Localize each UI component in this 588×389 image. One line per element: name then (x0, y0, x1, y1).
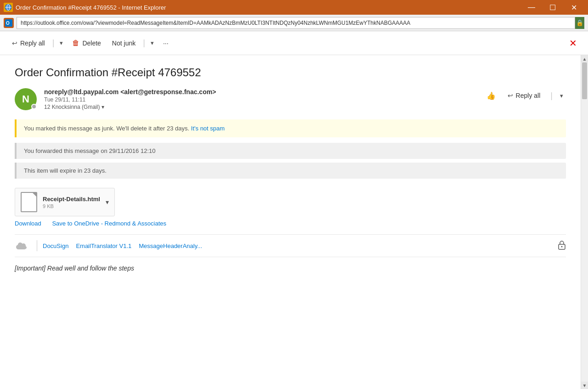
minimize-button[interactable]: — (521, 0, 542, 15)
more-button[interactable]: ··· (158, 37, 173, 50)
not-junk-chevron-button[interactable]: ▾ (148, 37, 157, 49)
delete-icon: 🗑 (72, 39, 79, 47)
reply-chevron-button[interactable]: ▾ (57, 37, 66, 49)
addins-divider (37, 240, 37, 251)
reply-all-inline-button[interactable]: ↩ Reply all (502, 89, 546, 102)
lock-icon: 🔒 (575, 17, 584, 29)
vertical-scrollbar[interactable]: ▲ ▼ (581, 55, 588, 389)
junk-banner: You marked this message as junk. We'll d… (15, 119, 566, 137)
svg-text:O: O (6, 21, 10, 26)
reply-all-icon: ↩ (12, 39, 17, 47)
attachment-chevron-button[interactable]: ▾ (106, 198, 109, 206)
addin-messageheader[interactable]: MessageHeaderAnaly... (139, 242, 202, 249)
download-link[interactable]: Download (15, 220, 41, 227)
save-to-onedrive-link[interactable]: Save to OneDrive - Redmond & Associates (52, 220, 166, 227)
email-subject: Order Confirmation #Receipt 4769552 (15, 66, 566, 79)
expire-bar: This item will expire in 23 days. (15, 163, 566, 179)
sender-row: N noreply@ltd.paypal.com <alert@getrespo… (15, 88, 566, 110)
forwarded-bar: You forwarded this message on 29/11/2016… (15, 143, 566, 159)
addins-bar: DocuSign EmailTranslator V1.1 MessageHea… (15, 234, 566, 257)
sender-from: noreply@ltd.paypal.com <alert@getrespons… (44, 88, 484, 96)
file-name: Receipt-Details.html (43, 196, 100, 203)
scroll-down-button[interactable]: ▼ (581, 382, 588, 389)
email-body-preview: [Important] Read well and follow the ste… (15, 265, 566, 272)
window-title: Order Confirmation #Receipt 4769552 - In… (16, 4, 521, 11)
thumb-icon: 👍 (486, 91, 496, 100)
not-junk-label: Not junk (112, 39, 136, 47)
sender-date: Tue 29/11, 11:11 (44, 96, 484, 103)
avatar-letter: N (22, 93, 29, 105)
reply-all-inline-icon: ↩ (508, 92, 513, 99)
sender-info: noreply@ltd.paypal.com <alert@getrespons… (44, 88, 484, 110)
window-close-button[interactable]: ✕ (563, 0, 584, 15)
avatar-online-indicator (31, 104, 37, 109)
junk-text: You marked this message as junk. We'll d… (24, 125, 189, 132)
toolbar: ↩ Reply all | ▾ 🗑 Delete Not junk | ▾ ··… (0, 31, 588, 55)
addin-emailtranslator[interactable]: EmailTranslator V1.1 (76, 242, 131, 249)
reply-all-inline-label: Reply all (516, 92, 541, 99)
sender-to-chevron[interactable]: ▾ (102, 104, 104, 110)
title-bar: Order Confirmation #Receipt 4769552 - In… (0, 0, 588, 15)
reply-all-inline-chevron[interactable]: ▾ (557, 90, 566, 102)
file-icon (21, 192, 37, 212)
addin-lock-icon (558, 240, 566, 252)
delete-label: Delete (82, 39, 101, 47)
attachment-links: Download Save to OneDrive - Redmond & As… (15, 220, 566, 227)
window-controls: — ☐ ✕ (521, 0, 584, 15)
sender-to: 12 Knocksinna (Gmail) ▾ (44, 104, 484, 110)
more-icon: ··· (163, 39, 169, 47)
reply-all-button[interactable]: ↩ Reply all (7, 37, 50, 50)
ie-icon (4, 3, 13, 12)
scroll-thumb[interactable] (582, 62, 587, 99)
reply-all-label: Reply all (20, 39, 45, 47)
attachment-card: Receipt-Details.html 9 KB ▾ (15, 188, 115, 216)
maximize-button[interactable]: ☐ (542, 0, 563, 15)
scroll-up-button[interactable]: ▲ (581, 55, 588, 62)
scroll-track[interactable] (581, 62, 588, 382)
not-junk-button[interactable]: Not junk (107, 37, 140, 50)
panel-close-button[interactable]: ✕ (565, 36, 581, 51)
reply-sep: | (51, 38, 56, 48)
attachment-section: Receipt-Details.html 9 KB ▾ Download Sav… (15, 188, 566, 227)
outer-container: Order Confirmation #Receipt 4769552 N no… (0, 55, 588, 389)
sender-to-label: 12 Knocksinna (Gmail) (44, 104, 100, 110)
file-info: Receipt-Details.html 9 KB (43, 196, 100, 209)
addin-docusign[interactable]: DocuSign (43, 242, 68, 249)
like-button[interactable]: 👍 (484, 88, 498, 103)
email-content: Order Confirmation #Receipt 4769552 N no… (0, 55, 581, 389)
sender-actions: 👍 ↩ Reply all | ▾ (484, 88, 566, 103)
reply-inline-sep: | (549, 91, 554, 101)
url-input[interactable] (17, 17, 575, 29)
delete-button[interactable]: 🗑 Delete (68, 36, 105, 50)
body-preview-text: [Important] Read well and follow the ste… (15, 265, 134, 272)
outlook-icon: O (4, 18, 14, 28)
file-size: 9 KB (43, 203, 100, 209)
address-bar: O 🔒 (0, 15, 588, 31)
svg-point-6 (561, 246, 563, 247)
not-spam-link[interactable]: It's not spam (191, 125, 225, 132)
avatar: N (15, 88, 37, 110)
cloud-icon (15, 239, 28, 252)
notjunk-sep: | (142, 38, 146, 48)
